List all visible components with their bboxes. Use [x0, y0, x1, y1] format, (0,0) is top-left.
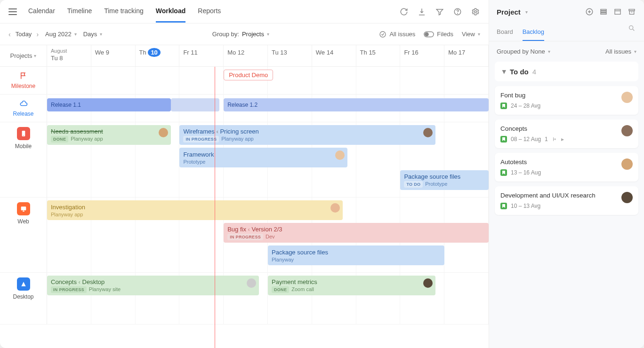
tab-calendar[interactable]: Calendar [28, 0, 55, 23]
all-issues-toggle[interactable]: All issues [379, 31, 415, 38]
svg-point-3 [380, 32, 386, 37]
backlog-card[interactable]: Font bug 24 – 28 Avg [495, 86, 638, 115]
day-header: Th 10 [136, 45, 180, 66]
task-framework[interactable]: Framework Prototype [179, 148, 347, 167]
card-date: 10 – 13 Avg [511, 203, 540, 209]
svg-point-16 [629, 26, 633, 30]
mobile-icon [17, 127, 30, 140]
svg-point-2 [475, 10, 477, 13]
task-needs-assessment[interactable]: Needs assessment DONEPlanyway app [47, 125, 171, 145]
svg-rect-10 [601, 9, 606, 11]
svg-point-7 [23, 135, 24, 135]
card-date: 08 – 12 Aug [511, 136, 541, 142]
search-icon[interactable] [627, 24, 636, 33]
current-time-marker [215, 67, 215, 348]
day-header: AugustTu 8 [47, 45, 91, 66]
svg-point-1 [458, 13, 458, 14]
task-package-source-1[interactable]: Package source files TO DOPrototype [400, 170, 489, 190]
day-header: Th 15 [356, 45, 401, 66]
svg-point-5 [425, 32, 428, 36]
row-label-web: Web [17, 218, 29, 225]
card-title: Concepts [500, 125, 633, 132]
backlog-card[interactable]: Concepts 08 – 12 Aug 1 ▸ [495, 119, 638, 148]
settings-icon[interactable] [471, 7, 480, 16]
task-package-source-2[interactable]: Package source files Planyway [268, 245, 444, 265]
chevron-down-icon: ▾ [502, 67, 506, 76]
cloud-icon [19, 99, 28, 108]
view-selector[interactable]: View▾ [462, 31, 480, 38]
svg-rect-12 [601, 13, 606, 15]
desktop-icon [17, 277, 30, 291]
unit-selector[interactable]: Days▾ [83, 31, 103, 38]
tab-workload[interactable]: Workload [156, 0, 186, 23]
bookmark-icon [500, 103, 507, 109]
menu-toggle[interactable] [8, 8, 17, 15]
avatar [159, 128, 168, 137]
side-all-issues[interactable]: All issues▾ [605, 48, 636, 55]
bookmark-icon [500, 136, 507, 142]
task-bugfix[interactable]: Bug fix ‹ Version 2/3 IN PROGRESSDev [224, 223, 489, 243]
prev-period[interactable]: ‹ [8, 31, 11, 38]
day-header: Tu 13 [268, 45, 312, 66]
card-title: Font bug [500, 92, 633, 99]
group-header-todo[interactable]: ▾ To do 4 [495, 63, 638, 79]
card-date: 24 – 28 Avg [511, 103, 540, 109]
avatar [621, 125, 633, 136]
backlog-card[interactable]: Autotests 13 – 16 Aug [495, 153, 638, 182]
svg-rect-11 [601, 11, 606, 13]
tab-timetracking[interactable]: Time tracking [104, 0, 144, 23]
groupby-selector[interactable]: Projects▾ [242, 31, 269, 38]
projects-column-header[interactable]: Projects▾ [0, 45, 47, 66]
day-header: Mo 17 [444, 45, 489, 66]
avatar [621, 92, 633, 103]
day-header: We 9 [91, 45, 136, 66]
side-tab-board[interactable]: Board [497, 24, 513, 41]
svg-rect-13 [615, 9, 620, 15]
list-view-icon[interactable] [599, 7, 608, 16]
row-label-desktop: Desktop [13, 293, 33, 300]
row-label-milestone: Milestone [11, 83, 35, 89]
refresh-icon[interactable] [399, 7, 409, 16]
fields-toggle[interactable]: Fileds [424, 31, 453, 38]
bookmark-icon [500, 203, 507, 209]
day-header: Fr 16 [400, 45, 444, 66]
tab-timeline[interactable]: Timeline [67, 0, 92, 23]
avatar [621, 158, 633, 170]
task-concepts[interactable]: Concepts ‹ Desktop IN PROGRESSPlanyway s… [47, 276, 259, 295]
main-tabs: Calendar Timeline Time tracking Workload… [28, 0, 221, 23]
archive-icon[interactable] [627, 7, 636, 16]
svg-rect-15 [629, 11, 634, 14]
tab-reports[interactable]: Reports [198, 0, 221, 23]
add-icon[interactable] [585, 7, 594, 16]
flag-icon [19, 71, 28, 80]
help-icon[interactable] [453, 7, 462, 16]
card-title: Autotests [500, 158, 633, 166]
side-title[interactable]: Project [497, 8, 521, 16]
backlog-card[interactable]: Development and UI/UX research 10 – 13 A… [495, 186, 638, 215]
groupby-label: Group by: [212, 31, 239, 38]
day-header: We 14 [312, 45, 356, 66]
task-payment-metrics[interactable]: Payment metrics DONEZoom call [268, 276, 435, 295]
chevron-down-icon[interactable]: ▾ [525, 9, 528, 15]
today-button[interactable]: Today [16, 31, 32, 38]
milestone-product-demo[interactable]: Product Demo [224, 70, 273, 80]
task-release-11[interactable]: Release 1.1 [47, 98, 171, 111]
web-icon [17, 202, 30, 215]
side-tab-backlog[interactable]: Backlog [523, 24, 544, 41]
panel-view-icon[interactable] [613, 7, 622, 16]
month-selector[interactable]: Aug 2022▾ [45, 31, 77, 38]
task-release-12[interactable]: Release 1.2 [224, 98, 489, 111]
grouped-by-selector[interactable]: Grouped by None▾ [497, 48, 550, 55]
svg-rect-8 [21, 206, 26, 210]
filter-icon[interactable] [435, 7, 444, 16]
download-icon[interactable] [417, 7, 427, 16]
next-period[interactable]: › [36, 31, 39, 38]
day-header: Mo 12 [224, 45, 268, 66]
avatar [335, 150, 345, 160]
task-investigation[interactable]: Investigation Planyway app [47, 200, 343, 220]
row-label-mobile: Mobile [15, 143, 32, 150]
card-date: 13 – 16 Aug [511, 169, 541, 176]
bookmark-icon [500, 169, 507, 176]
task-wireframes[interactable]: Wireframes ‹ Pricing screen IN PROGRESSP… [179, 125, 435, 145]
task-release-11-extend [171, 98, 219, 111]
